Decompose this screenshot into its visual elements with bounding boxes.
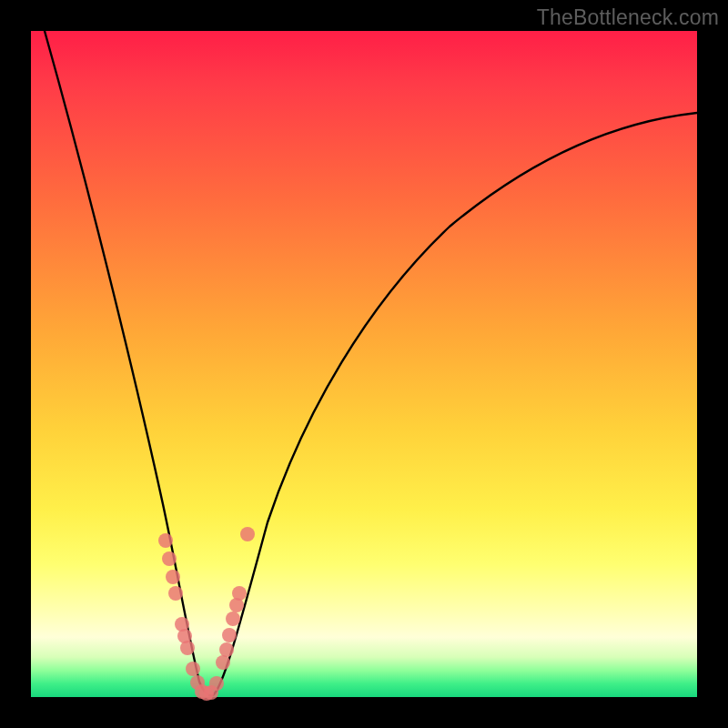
svg-point-16 <box>226 612 240 626</box>
sample-points <box>158 527 255 701</box>
svg-point-6 <box>180 641 195 655</box>
svg-point-15 <box>222 628 237 642</box>
svg-point-13 <box>216 655 230 670</box>
svg-point-7 <box>186 662 200 676</box>
svg-point-0 <box>158 533 173 548</box>
plot-area <box>31 31 697 697</box>
svg-point-19 <box>240 527 255 541</box>
svg-point-3 <box>168 586 183 601</box>
curve-path <box>45 31 697 695</box>
svg-point-18 <box>232 586 247 601</box>
svg-point-2 <box>166 570 180 584</box>
svg-point-14 <box>219 642 234 657</box>
watermark-text: TheBottleneck.com <box>537 5 719 30</box>
bottleneck-curve <box>31 31 697 697</box>
svg-point-1 <box>162 551 177 566</box>
svg-point-12 <box>209 676 224 691</box>
chart-frame: TheBottleneck.com <box>0 0 728 728</box>
